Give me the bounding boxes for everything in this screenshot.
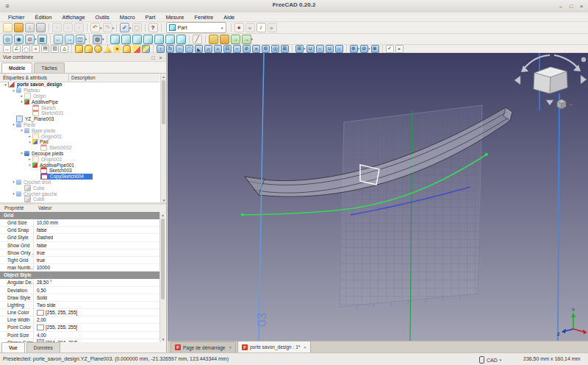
property-row[interactable]: max Numb...10000	[0, 264, 159, 272]
copy-icon[interactable]	[63, 23, 73, 32]
close-button[interactable]	[577, 2, 586, 10]
cut-boolean-icon[interactable]	[316, 45, 324, 53]
navigation-style-selector[interactable]: CAD ▾	[479, 356, 506, 364]
panel-close-icon[interactable]	[157, 54, 164, 61]
measure-toggle-all-icon[interactable]	[41, 45, 49, 53]
panel-float-icon[interactable]	[150, 54, 157, 61]
tab-porte-savon-design[interactable]: F porte savon_design : 1* ×	[237, 341, 311, 352]
union-icon[interactable]	[326, 45, 334, 53]
rear-view-icon[interactable]	[154, 35, 164, 44]
section-icon[interactable]	[243, 45, 251, 53]
fit-selection-icon[interactable]	[14, 35, 24, 44]
measure-linear-icon[interactable]	[3, 45, 11, 53]
property-group-object-style[interactable]: Object Style	[0, 272, 159, 279]
axonometric-view-icon[interactable]	[110, 35, 120, 44]
linked-view-icon[interactable]	[76, 35, 85, 44]
tree-item-additivepipe[interactable]: ▾AdditivePipe	[0, 99, 159, 104]
make-face-icon[interactable]	[204, 45, 212, 53]
fillet-icon[interactable]	[185, 45, 193, 53]
measure-toggle-delta-icon[interactable]	[60, 45, 68, 53]
tab-start-page[interactable]: F Page de démarrage ×	[171, 341, 236, 352]
menu-fenetre[interactable]: Fenêtre	[189, 13, 218, 22]
tree-item-cube[interactable]: Cube	[0, 185, 159, 191]
cross-sections-icon[interactable]	[252, 45, 260, 53]
tab-vue[interactable]: Vue	[1, 342, 25, 353]
macro-stop-icon[interactable]	[245, 23, 255, 32]
offset-3d-icon[interactable]	[271, 45, 279, 53]
property-row[interactable]: LightingTwo side	[0, 302, 159, 309]
menu-aide[interactable]: Aide	[218, 13, 240, 22]
macro-execute-icon[interactable]	[268, 23, 277, 32]
open-folder-icon[interactable]	[220, 35, 229, 44]
export-icon[interactable]	[231, 35, 240, 44]
tree-item-sketch[interactable]: Sketch	[0, 104, 159, 110]
left-view-icon[interactable]	[176, 35, 186, 44]
compound-icon[interactable]	[295, 45, 304, 53]
defeaturing-icon[interactable]	[395, 45, 404, 53]
common-icon[interactable]	[335, 45, 343, 53]
menu-fichier[interactable]: Fichier	[3, 13, 30, 22]
redo-icon[interactable]	[103, 23, 112, 32]
tree-item-sketch002[interactable]: Sketch002	[0, 145, 159, 151]
import-icon[interactable]	[242, 35, 251, 44]
refresh-icon[interactable]	[132, 23, 142, 32]
measure-clear-all-icon[interactable]	[32, 45, 40, 53]
tree-item-origin002[interactable]: ▸Origin002	[0, 156, 159, 162]
revolve-icon[interactable]	[166, 45, 174, 53]
tree-item-sketch003[interactable]: Sketch003	[0, 168, 159, 174]
tree-item-yz-plane003[interactable]: YZ_Plane003	[0, 116, 159, 122]
menu-edition[interactable]: Édition	[30, 13, 57, 22]
right-view-icon[interactable]	[143, 35, 153, 44]
fit-all-icon[interactable]	[3, 35, 12, 44]
navigate-forward-icon[interactable]	[65, 35, 74, 44]
tree-item-origin001[interactable]: ▸Origin001	[0, 133, 159, 139]
navigate-back-icon[interactable]	[54, 35, 63, 44]
menu-macro[interactable]: Macro	[115, 13, 140, 22]
navigation-cube[interactable]	[514, 55, 587, 109]
property-row-point-color[interactable]: Point Color[255, 255, 255]	[0, 324, 159, 331]
xor-icon[interactable]	[371, 45, 379, 53]
maximize-button[interactable]	[567, 2, 576, 10]
rotate-right-arrow-icon[interactable]	[581, 75, 587, 84]
validate-icon[interactable]	[120, 23, 129, 32]
tree-item-pieds[interactable]: ▾Pieds	[0, 122, 159, 128]
nav-cube-menu-icon[interactable]	[557, 99, 573, 109]
close-tab-icon[interactable]: ×	[229, 345, 232, 350]
property-scrollbar[interactable]: ▴ ▾	[159, 212, 165, 342]
shape-builder-icon[interactable]	[132, 45, 140, 53]
check-geometry-icon[interactable]	[386, 45, 394, 53]
tree-item-cube2[interactable]: Cube	[0, 196, 159, 202]
tree-scrollbar[interactable]: ▴ ▾	[160, 74, 166, 203]
torus-primitive-icon[interactable]	[113, 45, 121, 53]
tab-donnees[interactable]: Données	[26, 342, 60, 353]
property-row[interactable]: Grid Snapfalse	[0, 227, 159, 234]
loft-icon[interactable]	[223, 45, 232, 53]
front-view-icon[interactable]	[121, 35, 131, 44]
mirror-icon[interactable]	[176, 45, 184, 53]
close-tab-icon[interactable]: ×	[304, 345, 306, 350]
cut-icon[interactable]	[52, 23, 62, 32]
create-primitives-icon[interactable]	[142, 45, 150, 53]
extrude-icon[interactable]	[157, 45, 165, 53]
boolean-icon[interactable]	[306, 45, 315, 53]
tree-item-pad[interactable]: ▾Pad	[0, 139, 159, 145]
property-group-grid[interactable]: Grid	[0, 212, 159, 219]
tree-item-base-pieds[interactable]: ▾Base pieds	[0, 127, 159, 133]
whats-this-icon[interactable]	[148, 23, 158, 32]
property-row[interactable]: Deviation0,50	[0, 287, 159, 294]
ruled-surface-icon[interactable]	[214, 45, 222, 53]
workbench-selector[interactable]: Part ▾	[166, 22, 226, 33]
offset-2d-icon[interactable]	[262, 45, 270, 53]
menu-mesure[interactable]: Mesure	[160, 13, 189, 22]
chamfer-icon[interactable]	[195, 45, 203, 53]
tube-primitive-icon[interactable]	[123, 45, 131, 53]
nav-dot-icon[interactable]	[581, 57, 586, 62]
tree-item-origin[interactable]: ▸Origin	[0, 93, 159, 99]
tab-modele[interactable]: Modèle	[1, 63, 32, 74]
open-document-icon[interactable]	[14, 23, 24, 32]
property-row[interactable]: Show Only ...true	[0, 249, 159, 257]
bottom-view-icon[interactable]	[165, 35, 175, 44]
property-row[interactable]: Line Width2,00	[0, 316, 159, 324]
measure-icon[interactable]	[193, 35, 202, 44]
paste-icon[interactable]	[74, 23, 84, 32]
